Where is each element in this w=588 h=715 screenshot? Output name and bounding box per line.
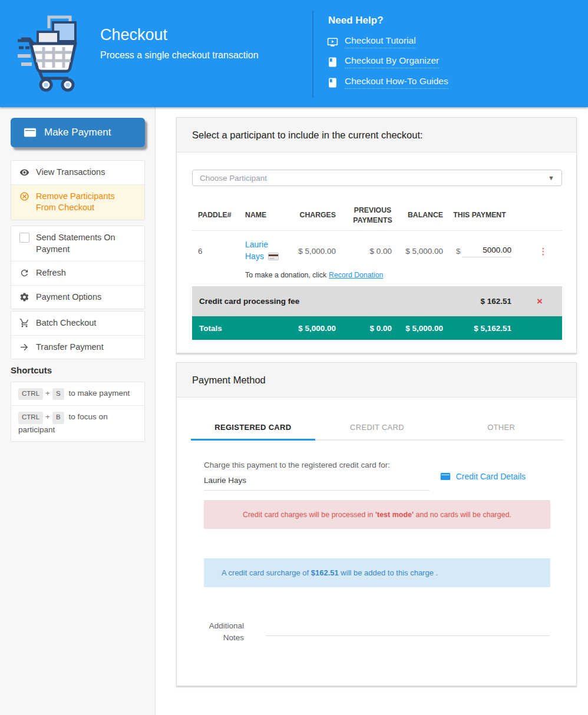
book-icon xyxy=(327,77,338,88)
shortcut-description: to make payment xyxy=(69,389,130,398)
processing-fee-label: Credit card processing fee xyxy=(192,297,341,306)
col-paddle: PADDLE# xyxy=(192,210,239,220)
refresh-label: Refresh xyxy=(36,267,66,279)
b-key: B xyxy=(52,412,64,423)
choose-participant-dropdown[interactable]: Choose Participant ▼ xyxy=(192,170,562,186)
test-mode-text-prefix: Credit card charges will be processed in xyxy=(243,511,375,519)
charges-value: $ 5,000.00 xyxy=(293,247,341,256)
remove-participants-button[interactable]: Remove Participants From Checkout xyxy=(11,184,144,220)
credit-card-icon xyxy=(24,126,37,139)
tab-other[interactable]: OTHER xyxy=(439,413,563,441)
header-divider xyxy=(312,11,313,98)
table-row: 6 Laurie Hays $ 5,000.00 $ 0.00 $ 5,000.… xyxy=(192,231,562,285)
additional-notes-field xyxy=(266,622,550,636)
processing-fee-amount: $ 162.51 xyxy=(448,297,524,306)
credit-card-details-link[interactable]: Credit Card Details xyxy=(440,471,526,482)
this-payment-input[interactable] xyxy=(462,246,511,257)
test-mode-alert: Credit card charges will be processed in… xyxy=(204,500,550,529)
shopping-cart-icon xyxy=(19,318,29,328)
payment-method-panel: Payment Method REGISTERED CARD CREDIT CA… xyxy=(176,362,577,686)
record-donation-link[interactable]: Record Donation xyxy=(329,271,383,279)
credit-card-details-label: Credit Card Details xyxy=(456,472,526,481)
make-payment-button[interactable]: Make Payment xyxy=(11,118,145,147)
view-transactions-button[interactable]: View Transactions xyxy=(11,161,144,184)
test-mode-bold: 'test mode' xyxy=(375,511,414,519)
totals-this-payment: $ 5,162.51 xyxy=(448,324,524,333)
row-menu-kebab-icon[interactable]: ⋮ xyxy=(524,247,562,256)
help-link-row: Checkout How-To Guides xyxy=(327,76,448,89)
additional-notes-label: Additional Notes xyxy=(194,620,244,644)
col-previous-payments: PREVIOUS PAYMENTS xyxy=(341,206,397,225)
processing-fee-row: Credit card processing fee $ 162.51 × xyxy=(192,286,562,316)
payment-panel-header: Payment Method xyxy=(177,363,576,398)
sidebar-group-options: Send Statements On Payment Refresh Payme… xyxy=(11,226,145,309)
paddle-number: 6 xyxy=(192,247,239,256)
dropdown-placeholder: Choose Participant xyxy=(200,174,267,183)
batch-checkout-button[interactable]: Batch Checkout xyxy=(11,312,144,335)
participant-table: PADDLE# NAME CHARGES PREVIOUS PAYMENTS B… xyxy=(192,200,562,340)
chevron-down-icon: ▼ xyxy=(548,174,554,181)
totals-charges: $ 5,000.00 xyxy=(293,324,341,333)
ctrl-key: CTRL xyxy=(18,412,43,423)
remove-fee-close-icon[interactable]: × xyxy=(524,296,562,307)
participant-name-cell: Laurie Hays xyxy=(239,239,293,264)
col-charges: CHARGES xyxy=(293,210,341,220)
payment-options-button[interactable]: Payment Options xyxy=(11,285,144,309)
page-title: Checkout xyxy=(100,26,167,44)
surcharge-text-prefix: A credit card surcharge of xyxy=(222,568,311,577)
sidebar-group-batch: Batch Checkout Transfer Payment xyxy=(11,311,145,359)
ctrl-key: CTRL xyxy=(18,388,43,400)
charge-to-label: Charge this payment to the registered cr… xyxy=(204,461,390,469)
tab-registered-card[interactable]: REGISTERED CARD xyxy=(191,413,315,441)
plus-sign: + xyxy=(45,412,50,421)
donation-note: To make a donation, clickRecord Donation xyxy=(239,267,562,279)
tab-credit-card[interactable]: CREDIT CARD xyxy=(315,413,440,441)
participant-name-link[interactable]: Laurie Hays xyxy=(245,240,268,261)
payment-panel-title: Payment Method xyxy=(192,375,266,386)
refresh-icon xyxy=(19,268,29,278)
additional-notes-input[interactable] xyxy=(266,622,550,635)
shortcuts-title: Shortcuts xyxy=(11,365,52,375)
balance-value: $ 5,000.00 xyxy=(397,247,448,256)
table-header-row: PADDLE# NAME CHARGES PREVIOUS PAYMENTS B… xyxy=(192,200,562,231)
page-header: Checkout Process a single checkout trans… xyxy=(0,0,588,107)
circle-x-icon xyxy=(19,191,29,201)
send-statements-checkbox[interactable] xyxy=(19,233,29,243)
registered-card-mini-icon xyxy=(268,251,279,263)
send-statements-toggle[interactable]: Send Statements On Payment xyxy=(11,226,144,261)
refresh-button[interactable]: Refresh xyxy=(11,261,144,285)
checkout-page: Checkout Process a single checkout trans… xyxy=(0,0,588,715)
shortcut-focus-participant: CTRL+Bto focus on participant xyxy=(11,405,144,441)
participant-panel: Select a participant to include in the c… xyxy=(176,117,577,353)
test-mode-text-suffix: and no cards will be charged. xyxy=(414,511,511,519)
col-name: NAME xyxy=(239,210,293,220)
col-balance: BALANCE xyxy=(397,210,448,220)
participant-panel-title: Select a participant to include in the c… xyxy=(192,130,423,141)
book-icon xyxy=(327,57,338,68)
sidebar-group-shortcuts: CTRL+Sto make payment CTRL+Bto focus on … xyxy=(11,382,145,442)
help-link-row: Checkout Tutorial xyxy=(327,35,416,48)
batch-checkout-label: Batch Checkout xyxy=(36,317,96,329)
surcharge-amount: $162.51 xyxy=(311,568,339,577)
checkout-tutorial-link[interactable]: Checkout Tutorial xyxy=(345,35,416,48)
sidebar-group-transactions: View Transactions Remove Participants Fr… xyxy=(11,160,145,220)
this-payment-cell: $ xyxy=(448,244,524,257)
currency-symbol: $ xyxy=(456,247,461,256)
transfer-payment-button[interactable]: Transfer Payment xyxy=(11,335,144,359)
s-key: S xyxy=(52,388,64,400)
surcharge-alert: A credit card surcharge of $162.51 will … xyxy=(204,558,550,587)
video-tutorial-icon xyxy=(327,37,338,48)
make-payment-label: Make Payment xyxy=(44,127,111,138)
arrow-right-icon xyxy=(19,342,29,352)
previous-payments-value: $ 0.00 xyxy=(341,247,397,256)
totals-balance: $ 5,000.00 xyxy=(397,324,448,333)
page-subtitle: Process a single checkout transaction xyxy=(100,50,259,61)
gear-icon xyxy=(19,292,29,302)
checkout-by-organizer-link[interactable]: Checkout By Organizer xyxy=(345,55,439,68)
checkout-how-to-guides-link[interactable]: Checkout How-To Guides xyxy=(345,76,448,89)
donation-note-text: To make a donation, click xyxy=(245,271,326,279)
view-transactions-label: View Transactions xyxy=(36,167,105,178)
totals-row: Totals $ 5,000.00 $ 0.00 $ 5,000.00 $ 5,… xyxy=(192,316,562,340)
totals-label: Totals xyxy=(192,324,239,333)
transfer-payment-label: Transfer Payment xyxy=(36,342,104,353)
